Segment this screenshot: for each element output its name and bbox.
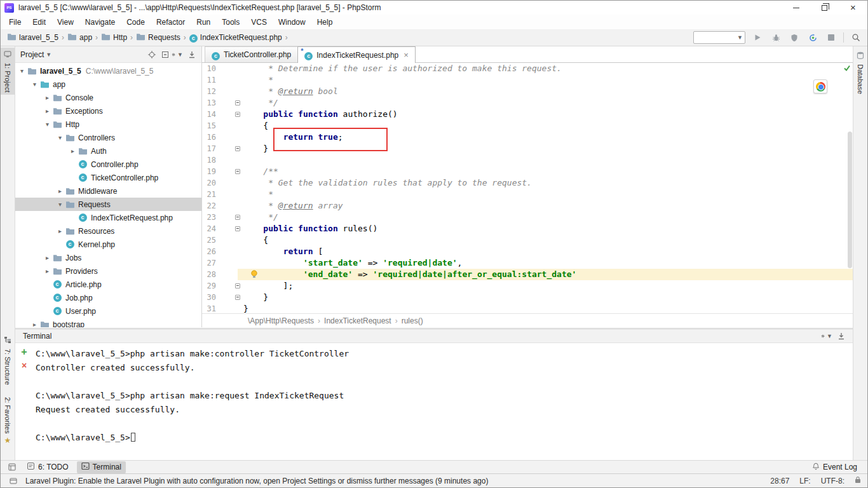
- tree-item[interactable]: ▸Console: [15, 91, 201, 104]
- lock-icon[interactable]: [855, 476, 861, 485]
- code-line[interactable]: 22 * @return array: [202, 200, 853, 212]
- code-line[interactable]: 26 return [: [202, 246, 853, 257]
- code-line[interactable]: 12 * @return bool: [202, 86, 853, 97]
- tree-item[interactable]: ▾app: [15, 78, 201, 91]
- fold-marker-icon[interactable]: [235, 112, 240, 117]
- menu-window[interactable]: Window: [273, 16, 311, 29]
- inspections-ok-icon[interactable]: [843, 64, 851, 74]
- tree-item[interactable]: ▸Middleware: [15, 184, 201, 198]
- editor-tab[interactable]: cTicketController.php: [205, 46, 298, 62]
- close-icon[interactable]: ×: [403, 52, 409, 58]
- toolwindow-switcher-icon[interactable]: [6, 461, 18, 473]
- menu-navigate[interactable]: Navigate: [79, 16, 121, 29]
- code-line[interactable]: 24 public function rules(): [202, 223, 853, 234]
- code-line[interactable]: 28 'end_date' => 'required|date|after_or…: [202, 269, 853, 280]
- code-editor[interactable]: 10 * Determine if the user is authorized…: [202, 63, 853, 313]
- fold-marker-icon[interactable]: [235, 295, 240, 300]
- terminal-output[interactable]: C:\www\laravel_5_5>php artisan make:cont…: [33, 343, 853, 461]
- run-configuration-select[interactable]: ▼: [693, 31, 745, 44]
- code-line[interactable]: 23 */: [202, 212, 853, 223]
- chevron-right-icon[interactable]: ▸: [43, 254, 52, 261]
- code-line[interactable]: 27 'start_date' => 'required|date',: [202, 257, 853, 269]
- settings-button[interactable]: ▼: [172, 48, 185, 61]
- toolwindow-button-project[interactable]: 1: Project: [1, 48, 15, 95]
- code-line[interactable]: 18: [202, 154, 853, 166]
- tree-item[interactable]: ▸Jobs: [15, 251, 201, 264]
- stop-button[interactable]: [825, 31, 837, 44]
- tree-item[interactable]: ▸Exceptions: [15, 104, 201, 118]
- minimize-button[interactable]: [782, 1, 810, 15]
- tree-item[interactable]: ▸bootstrap: [15, 318, 201, 327]
- menu-tools[interactable]: Tools: [216, 16, 245, 29]
- close-session-button[interactable]: ×: [22, 361, 27, 370]
- code-line[interactable]: 31}: [202, 303, 853, 313]
- fold-marker-icon[interactable]: [235, 226, 240, 231]
- code-line[interactable]: 13 */: [202, 97, 853, 109]
- debug-button[interactable]: [770, 31, 782, 44]
- tree-item[interactable]: cArticle.php: [15, 278, 201, 291]
- menu-code[interactable]: Code: [121, 16, 151, 29]
- status-message[interactable]: Laravel Plugin: Enable the Laravel Plugi…: [25, 477, 488, 485]
- chevron-down-icon[interactable]: ▾: [30, 81, 39, 88]
- chevron-right-icon[interactable]: ▸: [43, 268, 52, 274]
- locate-file-button[interactable]: [145, 48, 158, 61]
- menu-edit[interactable]: Edit: [27, 16, 51, 29]
- hide-terminal-button[interactable]: [834, 330, 848, 342]
- code-line[interactable]: 19 /**: [202, 166, 853, 177]
- menu-help[interactable]: Help: [311, 16, 339, 29]
- nav-crumb[interactable]: app: [66, 32, 93, 43]
- chevron-right-icon[interactable]: ▸: [30, 321, 39, 327]
- breadcrumb-item[interactable]: rules(): [400, 316, 424, 325]
- encoding-widget[interactable]: UTF-8:: [821, 477, 844, 485]
- breadcrumb-item[interactable]: \App\Http\Requests: [247, 316, 315, 325]
- chevron-right-icon[interactable]: ▸: [55, 187, 65, 194]
- tree-item[interactable]: cTicketController.php: [15, 171, 201, 184]
- project-view-title[interactable]: Project: [20, 50, 44, 59]
- code-line[interactable]: 14 public function authorize(): [202, 109, 853, 120]
- toolwindow-button-database[interactable]: Database: [853, 49, 867, 97]
- menu-refactor[interactable]: Refactor: [151, 16, 191, 29]
- run-button[interactable]: [751, 31, 764, 44]
- fold-marker-icon[interactable]: [235, 215, 240, 220]
- tree-item[interactable]: ▾Controllers: [15, 131, 201, 144]
- chevron-down-icon[interactable]: ▾: [55, 134, 65, 141]
- chevron-down-icon[interactable]: ▾: [43, 121, 52, 128]
- fold-marker-icon[interactable]: [235, 146, 240, 151]
- tree-item[interactable]: ▸Resources: [15, 224, 201, 238]
- code-line[interactable]: 29 ];: [202, 280, 853, 292]
- code-line[interactable]: 20 * Get the validation rules that apply…: [202, 177, 853, 189]
- toolwindow-button-terminal[interactable]: Terminal: [77, 461, 126, 473]
- tree-item[interactable]: ▾Http: [15, 118, 201, 131]
- chevron-down-icon[interactable]: ▾: [17, 67, 27, 74]
- toolwindow-button-todo[interactable]: 6: TODO: [22, 461, 73, 473]
- line-ending-widget[interactable]: LF:: [799, 477, 810, 485]
- open-in-browser-button[interactable]: [813, 79, 827, 93]
- menu-view[interactable]: View: [51, 16, 79, 29]
- menu-file[interactable]: File: [3, 16, 27, 29]
- tree-item[interactable]: cUser.php: [15, 304, 201, 318]
- event-log-button[interactable]: Event Log: [812, 463, 862, 472]
- nav-crumb[interactable]: cIndexTicketRequest.php: [188, 32, 283, 43]
- code-line[interactable]: 30 }: [202, 292, 853, 303]
- fold-marker-icon[interactable]: [235, 100, 240, 105]
- tree-item[interactable]: cKernel.php: [15, 238, 201, 251]
- tree-item[interactable]: cIndexTicketRequest.php: [15, 211, 201, 224]
- caret-position-widget[interactable]: 28:67: [770, 477, 789, 485]
- intention-bulb-icon[interactable]: [250, 270, 258, 281]
- code-line[interactable]: 11 *: [202, 74, 853, 86]
- profiler-button[interactable]: [806, 31, 819, 44]
- menu-run[interactable]: Run: [191, 16, 216, 29]
- hide-panel-button[interactable]: [185, 48, 198, 61]
- nav-crumb[interactable]: laravel_5_5: [6, 32, 60, 43]
- tree-item[interactable]: ▸Providers: [15, 264, 201, 278]
- code-line[interactable]: 21 *: [202, 189, 853, 200]
- fold-marker-icon[interactable]: [235, 169, 240, 174]
- chevron-right-icon[interactable]: ▸: [55, 227, 65, 234]
- breadcrumb-item[interactable]: IndexTicketRequest: [323, 316, 393, 325]
- menu-vcs[interactable]: VCS: [245, 16, 273, 29]
- search-everywhere-button[interactable]: [850, 31, 862, 44]
- editor-tab[interactable]: c*IndexTicketRequest.php×: [297, 46, 416, 63]
- tree-item[interactable]: ▾laravel_5_5C:\www\laravel_5_5: [15, 64, 201, 78]
- toolwindow-button-favorites[interactable]: 2: Favorites ★: [1, 395, 15, 447]
- chevron-right-icon[interactable]: ▸: [68, 147, 78, 154]
